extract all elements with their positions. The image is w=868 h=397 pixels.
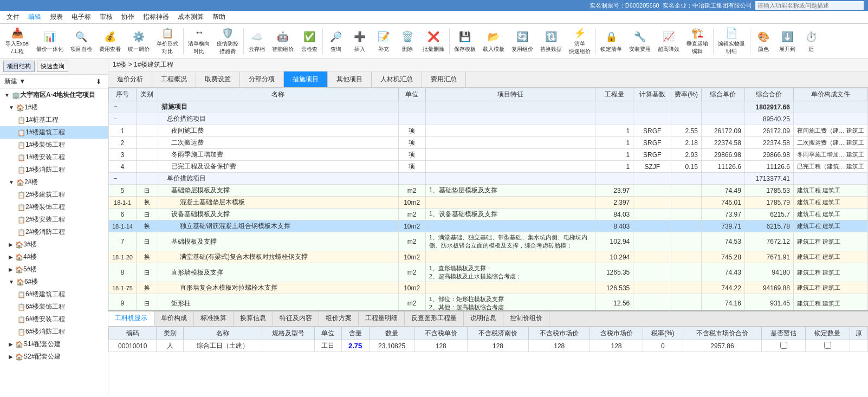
table-row[interactable]: 18-1-1 换 混凝土基础垫层木模板 10m2 2.397 745.01 17… xyxy=(109,197,868,209)
bottom-tab-drawing[interactable]: 反查图形工程量 xyxy=(405,311,464,326)
btn-overhigh[interactable]: 📈 超高降效 xyxy=(655,26,683,56)
tree-item-b5[interactable]: ▶ 🏠 5#楼 xyxy=(0,263,108,276)
btn-vertical-transport[interactable]: 🏗️ 垂直运输编辑 xyxy=(683,26,712,56)
table-row[interactable]: 18-1-20 换 满堂基础(有梁式)复合木模板对拉螺栓钢支撑 10m2 10.… xyxy=(109,251,868,263)
btn-unit-form[interactable]: 📋 单价形式对比 xyxy=(153,26,182,56)
table-row[interactable]: 18-1-14 换 独立基础钢筋混凝土组合钢模板木支撑 10m2 8.403 7… xyxy=(109,220,868,232)
tree-item-b1[interactable]: ▼ 🏠 1#楼 xyxy=(0,101,108,114)
project-structure-btn[interactable]: 项目结构 xyxy=(3,61,35,72)
btn-list-compare[interactable]: ↔️ 清单横向对比 xyxy=(185,26,213,56)
menu-audit[interactable]: 审核 xyxy=(95,11,117,23)
tree-item-root[interactable]: ▼ 🏢 大宇南区A-4地块住宅项目 xyxy=(0,89,108,101)
tab-measures[interactable]: 措施项目 xyxy=(284,71,328,87)
tab-project-overview[interactable]: 工程概况 xyxy=(152,71,196,87)
tab-labor-material[interactable]: 人材机汇总 xyxy=(372,71,422,87)
tree-item-b6-ins[interactable]: 📋 6#楼安装工程 xyxy=(0,313,108,326)
table-row[interactable]: － 措施项目 1802917.66 xyxy=(109,101,868,113)
table-row[interactable]: 9 ⊟ 矩形柱 m2 1、部位：矩形柱模板及支撑2、其他：超高模板综合考虑 12… xyxy=(109,294,868,311)
btn-batch-delete[interactable]: ❌ 批量删除 xyxy=(419,26,448,56)
table-row[interactable]: 3 冬雨季施工增加费 项 1 SRGF 2.93 29866.98 29866.… xyxy=(109,149,868,161)
btn-uniform-price[interactable]: ⚙️ 统一调价 xyxy=(125,26,153,56)
btn-recent[interactable]: ⏱️ 近 xyxy=(799,26,823,56)
tab-fee-settings[interactable]: 取费设置 xyxy=(196,71,240,87)
bottom-tab-features[interactable]: 特征及内容 xyxy=(273,311,319,326)
bottom-tab-labor[interactable]: 工料机显示 xyxy=(108,311,154,326)
btn-reuse-price[interactable]: 🔄 复用组价 xyxy=(508,26,537,56)
tree-item-b1-ins[interactable]: 📋 1#楼安装工程 xyxy=(0,151,108,164)
tab-section-items[interactable]: 分部分项 xyxy=(240,71,284,87)
menu-index[interactable]: 指标神器 xyxy=(139,11,173,23)
quick-query-btn[interactable]: 快速查询 xyxy=(37,61,68,72)
bottom-tab-ctrl-price[interactable]: 控制价组价 xyxy=(503,311,549,326)
tree-item-b2-ins[interactable]: 📋 2#楼安装工程 xyxy=(0,213,108,226)
bottom-tab-convert-info[interactable]: 换算信息 xyxy=(234,311,273,326)
btn-expand-to[interactable]: ⬇️ 展开到 xyxy=(775,26,799,56)
table-row[interactable]: － 单价措施项目 1713377.41 xyxy=(109,173,868,185)
btn-edit-qty[interactable]: 📄 编辑实物量明细 xyxy=(715,26,749,56)
tree-item-b2-dec[interactable]: 📋 2#楼装饰工程 xyxy=(0,201,108,213)
table-row[interactable]: 1 夜间施工费 项 1 SRGF 2.55 26172.09 26172.09 … xyxy=(109,125,868,137)
btn-fee-view[interactable]: 💰 费用查看 xyxy=(96,26,125,56)
bottom-tab-qty-detail[interactable]: 工程量明细 xyxy=(359,311,405,326)
btn-supplement[interactable]: 📝 补充 xyxy=(372,26,396,56)
tree-item-b2-arch[interactable]: 📋 2#楼建筑工程 xyxy=(0,188,108,201)
btn-self-check[interactable]: 🔍 项目自检 xyxy=(67,26,96,56)
btn-cloud-check[interactable]: ✅ 云检查 xyxy=(297,26,321,56)
btn-load-template[interactable]: 📂 载入模板 xyxy=(480,26,508,56)
tree-item-s2[interactable]: ▶ 🏠 S2#配套公建 xyxy=(0,350,108,363)
tree-item-b6-arch[interactable]: 📋 6#楼建筑工程 xyxy=(0,288,108,301)
menu-cost[interactable]: 成本测算 xyxy=(173,11,208,23)
bcol-notax-jinan: 不含税济南价 xyxy=(467,327,528,340)
table-row[interactable]: 8 ⊟ 直形墙模板及支撑 m2 1、直形墙模板及支撑；2、超高模板及止水措施综合… xyxy=(109,263,868,282)
table-row[interactable]: 2 二次搬运费 项 1 SRGF 2.18 22374.58 22374.58 … xyxy=(109,137,868,149)
btn-smart-price[interactable]: 🤖 智能组价 xyxy=(269,26,297,56)
tree-item-b1-dec[interactable]: 📋 1#楼装饰工程 xyxy=(0,139,108,151)
tab-other-items[interactable]: 其他项目 xyxy=(328,71,372,87)
btn-cloud-save[interactable]: ☁️ 云存档 xyxy=(245,26,269,56)
table-row[interactable]: 7 ⊟ 基础模板及支撑 m2 1、满堂基础、独立基础、带型基础、集水坑内侧、电梯… xyxy=(109,232,868,251)
bottom-table-row[interactable]: 00010010 人 综合工日（土建） 工日 2.75 23.10825 128… xyxy=(109,340,868,352)
btn-color[interactable]: 🎨 颜色 xyxy=(752,26,775,56)
bottom-tab-pricing[interactable]: 组价方案 xyxy=(319,311,359,326)
table-row[interactable]: 4 已完工程及设备保护费 项 1 SZJF 0.15 11126.6 11126… xyxy=(109,161,868,173)
tree-item-b1-arch[interactable]: 📋 1#楼建筑工程 xyxy=(0,126,108,139)
table-row[interactable]: － 总价措施项目 89540.25 xyxy=(109,113,868,125)
btn-query[interactable]: 🔎 查询 xyxy=(324,26,348,56)
btn-install-fee[interactable]: 🔧 安装费用 xyxy=(626,26,655,56)
bottom-tab-unit-comp[interactable]: 单价构成 xyxy=(154,311,194,326)
menu-file[interactable]: 文件 xyxy=(2,11,24,23)
btn-qty-integration[interactable]: 📊 量价一体化 xyxy=(33,26,67,56)
tree-item-s1[interactable]: ▶ 🏠 S1#配套公建 xyxy=(0,338,108,350)
btn-replace-data[interactable]: 🔃 替换数据 xyxy=(537,26,566,56)
menu-collab[interactable]: 协作 xyxy=(117,11,139,23)
table-row[interactable]: 18-1-75 换 直形墙复合木模板对拉螺栓木支撑 10m2 126.535 7… xyxy=(109,282,868,294)
tree-item-b6-dec[interactable]: 📋 6#楼装饰工程 xyxy=(0,301,108,313)
menu-help[interactable]: 帮助 xyxy=(208,11,230,23)
tab-fee-summary[interactable]: 费用汇总 xyxy=(422,71,466,87)
search-input[interactable] xyxy=(755,1,864,10)
tree-item-b1-pile[interactable]: 📋 1#桩基工程 xyxy=(0,114,108,126)
tree-item-b3[interactable]: ▶ 🏠 3#楼 xyxy=(0,238,108,251)
bottom-tab-notes[interactable]: 说明信息 xyxy=(464,311,503,326)
table-row[interactable]: 5 ⊟ 基础垫层模板及支撑 m2 1、基础垫层模板及支撑 23.97 74.49… xyxy=(109,185,868,197)
tree-item-b4[interactable]: ▶ 🏠 4#楼 xyxy=(0,251,108,263)
menu-ebid[interactable]: 电子标 xyxy=(67,11,95,23)
menu-report[interactable]: 报表 xyxy=(46,11,67,23)
tree-item-b6-fire[interactable]: 📋 6#楼消防工程 xyxy=(0,326,108,338)
bottom-tab-std-convert[interactable]: 标准换算 xyxy=(194,311,234,326)
tree-item-b1-fire[interactable]: 📋 1#楼消防工程 xyxy=(0,164,108,176)
btn-save-template[interactable]: 💾 保存模板 xyxy=(451,26,480,56)
download-icon[interactable]: ⬇ xyxy=(96,78,101,86)
btn-lock-list[interactable]: 🔒 锁定清单 xyxy=(597,26,626,56)
tree-item-b6[interactable]: ▼ 🏠 6#楼 xyxy=(0,276,108,288)
btn-import-excel[interactable]: 📥 导入Excel/工程 xyxy=(2,26,33,56)
btn-epidemic-fee[interactable]: 🛡️ 疫情防控措施费 xyxy=(213,26,242,56)
btn-insert[interactable]: ➕ 插入 xyxy=(348,26,372,56)
tree-item-b2[interactable]: ▼ 🏠 2#楼 xyxy=(0,176,108,188)
menu-edit[interactable]: 编辑 xyxy=(24,11,46,23)
btn-delete[interactable]: 🗑️ 删除 xyxy=(396,26,419,56)
tab-cost-analysis[interactable]: 造价分析 xyxy=(108,71,152,87)
tree-item-b2-fire[interactable]: 📋 2#楼消防工程 xyxy=(0,226,108,238)
btn-quick-price[interactable]: ⚡ 清单快速组价 xyxy=(566,26,594,56)
table-row[interactable]: 6 ⊟ 设备基础模板及支撑 m2 1、设备基础模板及支撑 84.03 73.97… xyxy=(109,209,868,220)
